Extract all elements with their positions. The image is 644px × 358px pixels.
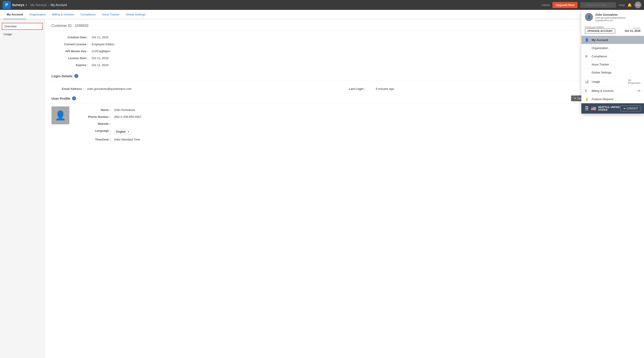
profile-section-title-group: User Profile ?	[52, 96, 76, 100]
dropdown-avatar: 👤	[585, 13, 593, 21]
dropdown-item-compliance[interactable]: ⚙ Compliance	[581, 52, 644, 61]
logo[interactable]: P	[3, 1, 11, 9]
lightbulb-icon: 💡	[585, 97, 590, 101]
language-select[interactable]: English	[114, 129, 131, 134]
gear-icon: ⚙	[585, 54, 590, 58]
name-label: Name :	[74, 108, 114, 112]
dropdown-item-usage[interactable]: 📊 Usage 2KResponses	[581, 77, 644, 87]
dropdown-organization-label: Organization	[592, 46, 608, 50]
profile-help-icon[interactable]: ?	[72, 96, 76, 100]
login-section-title: Login Details	[52, 74, 72, 78]
dropdown-item-feature-request[interactable]: 💡 Feature Request	[581, 95, 644, 103]
dropdown-item-my-account[interactable]: 👤 My Account	[581, 36, 644, 44]
license-start-label: License Start :	[52, 57, 92, 60]
phone-label: Phone Number :	[74, 115, 114, 118]
avatar-placeholder: 👤	[55, 110, 66, 121]
breadcrumb-current: My Account	[50, 3, 67, 7]
breadcrumb: My Surveys › My Account	[30, 3, 67, 7]
dropdown-license-row: Employee Edition UPGRADE ACCOUNT Expires…	[581, 24, 644, 36]
billing-badge: 66	[638, 89, 640, 92]
login-help-icon[interactable]: ?	[74, 74, 78, 78]
dropdown-edition: Employee Edition	[585, 26, 615, 29]
last-login-label: Last Login :	[349, 87, 376, 91]
search-input[interactable]	[580, 2, 616, 8]
creation-date-label: Creation Date :	[52, 36, 92, 39]
user-profile-grid: 👤 Name : Zolin Gonsalves Phone Number : …	[52, 106, 637, 143]
dollar-icon: $	[585, 89, 590, 93]
phone-value: (IN)+1-206-855-5567	[114, 115, 142, 118]
upgrade-account-button[interactable]: UPGRADE ACCOUNT	[585, 29, 615, 33]
dropdown-user-info: Zolin Gonsalves zolin.gonsalves@question…	[595, 13, 640, 22]
content-area: Customer ID : 1046503 Creation Date : Oc…	[45, 19, 644, 358]
login-section-header-row: Login Details ? ✏ Update Email	[52, 73, 637, 81]
sidebar-usage-label: Usage	[4, 33, 12, 36]
user-dropdown-panel: 👤 Zolin Gonsalves zolin.gonsalves@questi…	[581, 10, 644, 114]
dropdown-company: QuestionPro Inc	[595, 19, 640, 22]
name-value: Zolin Gonsalves	[114, 108, 135, 112]
dropdown-item-organization[interactable]: Organization	[581, 44, 644, 52]
current-license-row: Current License : Employee Edition	[52, 41, 637, 48]
expires-box: Expires Oct 11, 2019	[625, 27, 640, 33]
user-avatar[interactable]: ZG	[634, 2, 641, 8]
login-info: Email Address : zolin.gonsalves@question…	[52, 84, 637, 95]
expires-field-label: Expires :	[52, 63, 92, 67]
customer-id: Customer ID : 1046503	[52, 24, 637, 30]
timezone-row: TimeZone : India Standard Time	[74, 136, 637, 143]
creation-date-value: Oct 11, 2010	[92, 36, 108, 39]
surveys-menu[interactable]: Surveys ▼	[12, 3, 27, 7]
dropdown-compliance-label: Compliance	[592, 55, 607, 58]
logout-icon: ➜	[623, 107, 626, 110]
subnav-my-account[interactable]: My Account	[4, 10, 26, 19]
dropdown-item-issue-tracker[interactable]: Issue Tracker	[581, 61, 644, 69]
sidebar: Overview Usage	[0, 19, 45, 358]
search-wrapper: 🔍	[580, 2, 616, 8]
creation-date-row: Creation Date : Oct 11, 2010	[52, 34, 637, 41]
phone-row: Phone Number : (IN)+1-206-855-5567	[74, 113, 637, 120]
timezone-label: TimeZone :	[74, 138, 114, 141]
api-master-key-row: API Master Key : rLVICepjMgw=	[52, 48, 637, 55]
avatar-initials: ZG	[636, 4, 640, 6]
breadcrumb-parent[interactable]: My Surveys	[30, 3, 47, 7]
dropdown-profile: 👤 Zolin Gonsalves zolin.gonsalves@questi…	[581, 10, 644, 24]
expires-date: Oct 11, 2019	[625, 29, 640, 33]
subnav-global-settings[interactable]: Global Settings	[122, 10, 148, 19]
dropdown-global-settings-label: Global Settings	[592, 71, 611, 74]
website-label: Website :	[74, 122, 114, 125]
current-license-label: Current License :	[52, 43, 92, 46]
sidebar-item-usage[interactable]: Usage	[0, 31, 44, 38]
subnav-issue-tracker[interactable]: Issue Tracker	[99, 10, 122, 19]
surveys-dropdown-arrow: ▼	[25, 4, 27, 6]
user-avatar-box: 👤	[52, 106, 69, 124]
sidebar-overview-label: Overview	[4, 25, 16, 28]
usage-badge: 2KResponses	[628, 79, 640, 84]
stack-icon: 🗄	[584, 106, 589, 111]
dropdown-issue-tracker-label: Issue Tracker	[592, 63, 609, 66]
notifications-bell-icon[interactable]: 🔔	[628, 3, 632, 7]
dropdown-email: zolin.gonsalves@questionp...	[595, 16, 640, 19]
api-master-key-value: rLVICepjMgw=	[92, 50, 111, 53]
sidebar-item-overview[interactable]: Overview	[2, 23, 43, 30]
user-icon: 👤	[585, 38, 590, 42]
dropdown-item-global-settings[interactable]: Global Settings	[581, 69, 644, 77]
website-row: Website :	[74, 120, 637, 127]
subnav-billing[interactable]: Billing & Invoices	[49, 10, 77, 19]
chart-icon: 📊	[585, 80, 590, 83]
dropdown-item-billing[interactable]: $ Billing & Invoices 66	[581, 87, 644, 95]
help-link[interactable]: Help	[619, 3, 625, 7]
main-layout: Overview Usage Customer ID : 1046503 Cre…	[0, 19, 644, 358]
upgrade-now-button[interactable]: Upgrade Now	[552, 2, 578, 8]
location-info: 🗄 🇺🇸 SEATTLE, UNITED STATES	[584, 106, 620, 111]
logout-label: LOGOUT	[626, 107, 638, 110]
subnav-compliance[interactable]: Compliance	[77, 10, 99, 19]
dropdown-feature-request-label: Feature Request	[592, 97, 613, 101]
email-address-value: zolin.gonsalves@questionpro.com	[87, 87, 349, 91]
timezone-value: India Standard Time	[114, 138, 140, 141]
dropdown-my-account-label: My Account	[592, 38, 608, 42]
dropdown-username: Zolin Gonsalves	[595, 13, 640, 16]
current-license-value: Employee Edition	[92, 43, 114, 46]
expires-label: Expires	[625, 27, 640, 29]
profile-section-title: User Profile	[52, 97, 70, 100]
subnav-organization[interactable]: Organization	[26, 10, 49, 19]
language-row: Language : English	[74, 127, 637, 136]
logout-button[interactable]: ➜ LOGOUT	[620, 105, 641, 111]
